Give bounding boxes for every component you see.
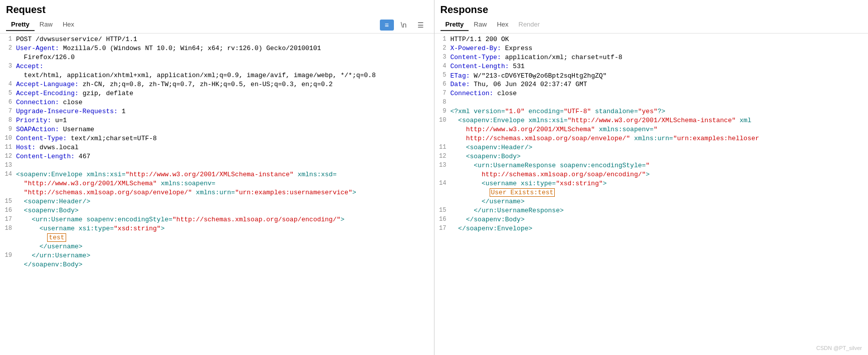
line-number [2, 54, 16, 63]
table-row: test [0, 234, 434, 243]
tab-raw-response[interactable]: Raw [469, 19, 492, 31]
line-number: 16 [437, 216, 451, 225]
code-token: xmlns:urn= [192, 189, 235, 196]
line-number: 12 [437, 153, 451, 162]
line-number [2, 180, 16, 189]
table-row: 7Connection: close [435, 90, 869, 99]
code-token: text/xml;charset=UTF-8 [71, 135, 157, 142]
code-token: Accept-Encoding: [16, 90, 83, 97]
line-content: <username xsi:type="xsd:string"> [451, 180, 866, 189]
line-content: Date: Thu, 06 Jun 2024 02:37:47 GMT [451, 81, 866, 90]
line-content: </soapenv:Body> [451, 216, 866, 225]
code-token: </urn:UsernameResponse> [451, 207, 564, 214]
line-content: </urn:Username> [16, 252, 432, 261]
code-token: u=1 [55, 117, 67, 124]
word-wrap-button[interactable]: ≡ [380, 20, 394, 31]
line-content: Host: dvws.local [16, 144, 432, 153]
code-token: test [47, 233, 66, 242]
line-content: http://schemas.xmlsoap.org/soap/envelope… [451, 135, 866, 144]
code-token: > [352, 189, 356, 196]
line-number: 7 [437, 90, 451, 99]
line-content: POST /dvwsuserservice/ HTTP/1.1 [16, 36, 432, 45]
code-token: text/html, application/xhtml+xml, applic… [16, 72, 376, 79]
table-row: 11Host: dvws.local [0, 144, 434, 153]
line-number [437, 171, 451, 180]
line-content: http://www.w3.org/2001/XMLSchema" xmlns:… [451, 126, 866, 135]
code-token: > [646, 171, 650, 178]
newline-button[interactable]: \n [397, 20, 411, 31]
line-content: User-Agent: Mozilla/5.0 (Windows NT 10.0… [16, 45, 432, 54]
response-content[interactable]: 1HTTP/1.1 200 OK2X-Powered-By: Express3C… [435, 34, 869, 355]
code-token: gzip, deflate [83, 90, 133, 97]
line-number: 8 [437, 99, 451, 108]
menu-button[interactable]: ☰ [414, 20, 428, 31]
table-row: 14<soapenv:Envelope xmlns:xsi="http://ww… [0, 171, 434, 180]
line-number: 5 [437, 72, 451, 81]
code-token: application/xml; charset=utf-8 [505, 54, 622, 61]
code-token: ?> [658, 108, 666, 115]
line-content: Accept-Encoding: gzip, deflate [16, 90, 432, 99]
code-token: </soapenv:Body> [451, 216, 525, 223]
code-token: <soapenv:Body> [16, 207, 79, 214]
code-token: W/"213-cDV6YET0̱w2o6Bpt2sqHtg2hgZQ" [474, 72, 606, 80]
line-number [2, 72, 16, 81]
code-token [16, 234, 47, 241]
tab-hex-request[interactable]: Hex [58, 19, 79, 31]
code-token: <soapenv:Envelope xmlns:xsi= [16, 171, 125, 178]
line-content: User Exists:test [451, 189, 866, 198]
code-token: <soapenv:Header/> [451, 144, 533, 151]
line-content: </username> [16, 243, 432, 252]
line-content: <username xsi:type="xsd:string"> [16, 225, 432, 234]
line-content: Accept: [16, 63, 432, 72]
table-row: 19 </urn:Username> [0, 252, 434, 261]
table-row: 14 <username xsi:type="xsd:string"> [435, 180, 869, 189]
highlighted-value: User Exists:test [490, 188, 555, 197]
line-number: 7 [2, 108, 16, 117]
line-content: "http://schemas.xmlsoap.org/soap/envelop… [16, 189, 432, 198]
table-row: </username> [435, 198, 869, 207]
line-number [437, 135, 451, 144]
tab-pretty-request[interactable]: Pretty [6, 19, 35, 31]
request-header: Request Pretty Raw Hex ≡ \n ☰ [0, 0, 434, 34]
code-token [451, 189, 490, 196]
tab-raw-request[interactable]: Raw [35, 19, 58, 31]
line-number [2, 189, 16, 198]
line-number [437, 198, 451, 207]
line-number: 5 [2, 90, 16, 99]
line-number: 19 [2, 252, 16, 261]
code-token: Upgrade-Insecure-Requests: [16, 108, 122, 115]
code-token: <soapenv:Body> [451, 153, 521, 160]
code-token: dvws.local [40, 144, 79, 151]
line-content: <soapenv:Body> [451, 153, 866, 162]
line-number: 13 [2, 162, 16, 171]
tab-render-response[interactable]: Render [514, 19, 545, 31]
line-number: 16 [2, 207, 16, 216]
code-token: <username xsi:type= [16, 225, 114, 232]
line-content: "http://www.w3.org/2001/XMLSchema" xmlns… [16, 180, 432, 189]
code-token: "http://schemas.xmlsoap.org/soap/envelop… [16, 189, 192, 196]
code-token: Content-Length: [451, 63, 513, 70]
code-token: <?xml version= [451, 108, 505, 115]
code-token: "http://schemas.xmlsoap.org/soap/encodin… [172, 216, 340, 223]
tab-hex-response[interactable]: Hex [492, 19, 513, 31]
code-token: standalone= [591, 108, 638, 115]
line-number: 9 [2, 126, 16, 135]
line-number: 17 [437, 225, 451, 234]
line-content: Content-Length: 467 [16, 153, 432, 162]
code-token: </soapenv:Body> [16, 261, 83, 268]
code-token: http://schemas.xmlsoap.org/soap/envelope… [451, 135, 630, 142]
code-token: Priority: [16, 117, 55, 124]
line-content: <soapenv:Header/> [16, 198, 432, 207]
request-content[interactable]: 1POST /dvwsuserservice/ HTTP/1.12User-Ag… [0, 34, 434, 355]
table-row: 6Connection: close [0, 99, 434, 108]
code-token: "http://www.w3.org/2001/XMLSchema-instan… [125, 171, 293, 178]
line-content: ETag: W/"213-cDV6YET0̱w2o6Bpt2sqHtg2hgZQ… [451, 72, 866, 81]
table-row: 4Accept-Language: zh-CN, zh;q=0.8, zh-TW… [0, 81, 434, 90]
tab-pretty-response[interactable]: Pretty [441, 19, 469, 31]
table-row: 5Accept-Encoding: gzip, deflate [0, 90, 434, 99]
table-row: 3Content-Type: application/xml; charset=… [435, 54, 869, 63]
table-row: 9<?xml version="1.0" encoding="UTF-8" st… [435, 108, 869, 117]
table-row: 4Content-Length: 531 [435, 63, 869, 72]
table-row: "http://schemas.xmlsoap.org/soap/envelop… [0, 189, 434, 198]
request-tabs-row: Pretty Raw Hex ≡ \n ☰ [6, 19, 428, 31]
